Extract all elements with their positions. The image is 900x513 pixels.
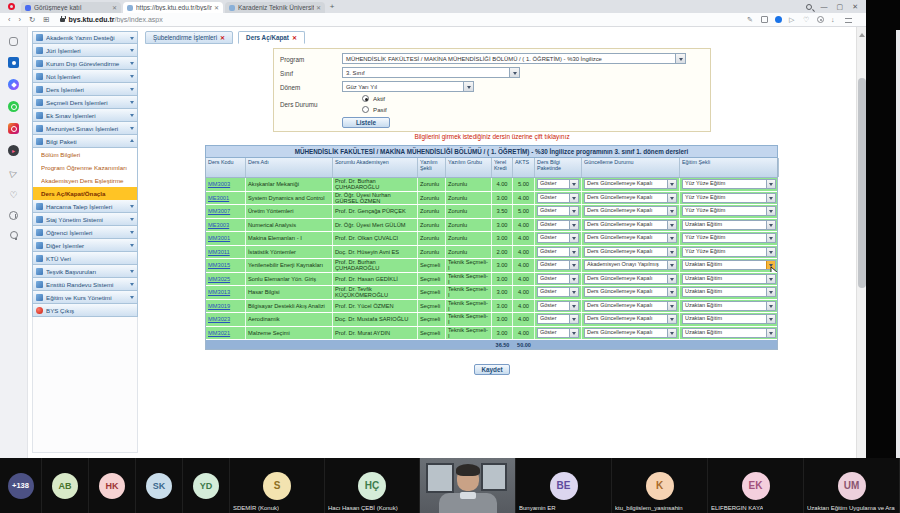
participant-tile[interactable]: AB [42,458,89,513]
update-status-select[interactable]: Ders Güncellemeye Kapalı [584,274,677,284]
close-button[interactable]: ✕ [852,3,858,10]
course-row[interactable]: MM3001Makina Elemanları - IProf. Dr. Olk… [206,232,777,246]
back-icon[interactable]: ‹ [8,15,11,24]
course-code-link[interactable]: MM3007 [208,208,230,214]
participant-tile[interactable]: SK [136,458,183,513]
speed-dial-icon[interactable] [9,37,18,46]
update-status-select[interactable]: Ders Güncellemeye Kapalı [584,328,677,338]
participant-tile[interactable]: BEBunyamin ER [516,458,612,513]
participant-tile[interactable]: YD [183,458,230,513]
participant-tile[interactable]: EKELIFBERGIN KAYA [708,458,804,513]
course-code-link[interactable]: MM3025 [208,276,230,282]
course-code-link[interactable]: MM3023 [208,316,230,322]
tab-ders-ac-kapat[interactable]: Ders Aç/Kapat ✕ [238,31,305,44]
course-row[interactable]: ME3003Numerical AnalysisDr. Öğr. Üyesi M… [206,219,777,233]
tab-close-icon[interactable]: ✕ [112,4,117,11]
browser-tab-meeting[interactable]: Görüşmeye katıl ✕ [21,2,121,13]
easy-setup-icon[interactable] [10,231,18,239]
radio-aktif[interactable]: Aktif [362,95,385,102]
scrollbar-thumb[interactable] [858,78,866,288]
extension-blue-icon[interactable] [775,16,782,23]
participant-tile[interactable]: Kktu_bilgiislem_yasinsahin [612,458,708,513]
update-status-select[interactable]: Ders Güncellemeye Kapalı [584,314,677,324]
bys-menu-item[interactable]: Staj Yönetim Sistemi [32,213,138,226]
course-row[interactable]: MM3025Sonlu Elemanlar Yön. GirişProf. Dr… [206,273,777,287]
education-mode-select[interactable]: Yüz Yüze Eğitim [682,179,776,189]
tab-close-icon[interactable]: ✕ [316,4,321,11]
minimize-button[interactable]: — [821,3,828,10]
bys-menu-item[interactable]: Seçmeli Ders İşlemleri [32,96,138,109]
package-select[interactable]: Göster [537,247,579,257]
course-code-link[interactable]: MM3011 [208,249,230,255]
bys-submenu-item[interactable]: Bölüm Bilgileri [32,148,138,161]
package-select[interactable]: Göster [537,328,579,338]
kaydet-button[interactable]: Kaydet [474,364,510,375]
course-row[interactable]: MM3007Üretim YöntemleriProf. Dr. Gençağa… [206,205,777,219]
flow-icon[interactable] [8,167,19,178]
course-code-link[interactable]: MM3021 [208,330,230,336]
update-status-select[interactable]: Ders Güncellemeye Kapalı [584,206,677,216]
update-status-select[interactable]: Ders Güncellemeye Kapalı [584,233,677,243]
education-mode-select[interactable]: Uzaktan Eğitim [682,314,776,324]
course-code-link[interactable]: MM3001 [208,235,230,241]
package-select[interactable]: Göster [537,260,579,270]
new-tab-button[interactable]: + [327,2,337,12]
education-mode-select[interactable]: Uzaktan Eğitim [682,260,776,270]
wallet-icon[interactable] [761,16,768,23]
term-select[interactable]: Güz Yarı Yıl [342,81,474,92]
bys-menu-item[interactable]: Öğrenci İşlemleri [32,226,138,239]
course-row[interactable]: MM3021Malzeme SeçimiProf. Dr. Murat AYDI… [206,327,777,341]
bys-submenu-item[interactable]: Program Öğrenme Kazanımları [32,161,138,174]
package-select[interactable]: Göster [537,206,579,216]
education-mode-select[interactable]: Yüz Yüze Eğitim [682,233,776,243]
bys-menu-item[interactable]: Eğitim ve Kurs Yönetimi [32,291,138,304]
whatsapp-icon[interactable] [8,101,19,112]
bys-menu-item[interactable]: Mezuniyet Sınavı İşlemleri [32,122,138,135]
bys-menu-item[interactable]: Teşvik Başvuruları [32,265,138,278]
package-select[interactable]: Göster [537,179,579,189]
snapshot-icon[interactable] [8,57,19,68]
forward-icon[interactable]: › [19,15,22,24]
participant-tile[interactable]: HÇHacı Hasan ÇEBİ (Konuk) [325,458,420,513]
course-code-link[interactable]: MM3013 [208,289,230,295]
update-status-select[interactable]: Ders Güncellemeye Kapalı [584,193,677,203]
menu-icon[interactable] [845,18,852,23]
update-status-select[interactable]: Ders Güncellemeye Kapalı [584,301,677,311]
annotate-icon[interactable] [747,16,754,23]
bys-menu-item[interactable]: Ders İşlemleri [32,83,138,96]
package-select[interactable]: Göster [537,274,579,284]
bys-menu-item[interactable]: Harcama Talep İşlemleri [32,200,138,213]
participant-tile[interactable]: HK [89,458,136,513]
education-mode-select[interactable]: Yüz Yüze Eğitim [682,247,776,257]
package-select[interactable]: Göster [537,314,579,324]
package-select[interactable]: Göster [537,220,579,230]
package-select[interactable]: Göster [537,287,579,297]
scroll-up-icon[interactable] [859,30,865,37]
messenger-icon[interactable] [8,79,19,90]
package-select[interactable]: Göster [537,301,579,311]
course-row[interactable]: MM3003Akışkanlar MekaniğiProf. Dr. Burha… [206,178,777,192]
course-code-link[interactable]: ME3001 [208,195,229,201]
participant-video-tile[interactable] [420,458,516,513]
url-field[interactable]: bys.ktu.edu.tr /bys/index.aspx [60,16,747,23]
course-code-link[interactable]: MM3019 [208,303,230,309]
bys-menu-item[interactable]: Diğer İşlemler [32,239,138,252]
participants-overflow-tile[interactable]: +138 [0,458,42,513]
bys-submenu-item[interactable]: Ders Aç/Kapat/Önaçla [32,187,138,200]
participant-tile[interactable]: SSDEMİR (Konuk) [230,458,325,513]
bys-menu-item[interactable]: Kurum Dışı Görevlendirme [32,57,138,70]
bys-menu-item[interactable]: Akademik Yazım Desteği [32,31,138,44]
tab-close-icon[interactable]: ✕ [292,34,297,41]
page-scrollbar[interactable] [856,27,866,458]
course-row[interactable]: MM3015Yenilenebilir Enerji KaynaklarıPro… [206,259,777,273]
course-row[interactable]: MM3013Hasar BilgisiProf. Dr. Tevfik KÜÇÜ… [206,286,777,300]
update-status-select[interactable]: Ders Güncellemeye Kapalı [584,287,677,297]
update-status-select[interactable]: Ders Güncellemeye Kapalı [584,247,677,257]
course-code-link[interactable]: MM3015 [208,262,230,268]
history-icon[interactable] [9,211,18,220]
bys-submenu-item[interactable]: Akademisyen Ders Eşleştirme [32,174,138,187]
sidebar-play-icon[interactable] [789,16,796,23]
education-mode-select[interactable]: Uzaktan Eğitim [682,328,776,338]
maximize-button[interactable]: ▢ [837,3,844,10]
bys-menu-item[interactable]: KTÜ Veri [32,252,138,265]
